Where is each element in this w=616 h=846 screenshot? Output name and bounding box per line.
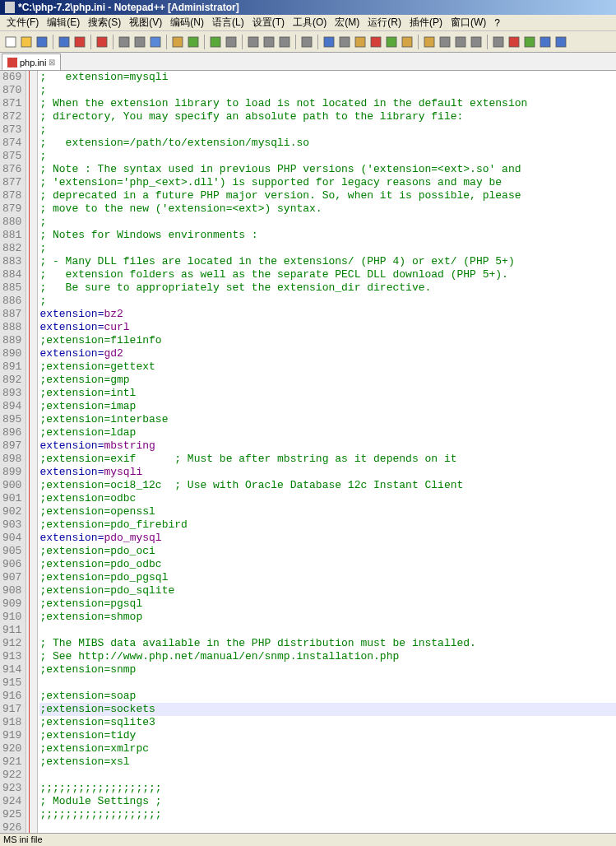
code-line[interactable]: ; bbox=[39, 84, 616, 97]
menu-item[interactable]: 语言(L) bbox=[209, 14, 248, 31]
play-icon[interactable] bbox=[522, 35, 537, 49]
zoom-in-icon[interactable] bbox=[262, 35, 276, 49]
code-line[interactable]: ; bbox=[39, 242, 616, 255]
sync-icon[interactable] bbox=[299, 35, 314, 49]
code-line[interactable]: ; deprecated in a future PHP major versi… bbox=[39, 189, 616, 202]
find-icon[interactable] bbox=[224, 35, 239, 49]
menu-item[interactable]: 编码(N) bbox=[167, 14, 207, 31]
code-line[interactable]: ; See http://www.php.net/manual/en/snmp.… bbox=[39, 650, 616, 663]
code-line[interactable]: ; Be sure to appropriately set the exten… bbox=[39, 281, 616, 295]
comments-icon[interactable] bbox=[400, 35, 415, 49]
cut-icon[interactable] bbox=[132, 35, 147, 49]
code-line[interactable]: ;extension=xmlrpc bbox=[39, 742, 616, 755]
close-icon[interactable] bbox=[72, 35, 87, 49]
menu-item[interactable]: 视图(V) bbox=[126, 14, 165, 31]
code-line[interactable]: ; extension folders as well as the separ… bbox=[39, 268, 616, 281]
menu-item[interactable]: 工具(O) bbox=[289, 14, 330, 31]
folder-icon[interactable] bbox=[453, 35, 468, 49]
print-icon[interactable] bbox=[117, 35, 132, 49]
code-line[interactable]: ; 'extension='php_<ext>.dll') is support… bbox=[39, 176, 616, 189]
new-icon[interactable] bbox=[3, 35, 18, 49]
code-line[interactable]: ; When the extension library to load is … bbox=[39, 97, 616, 110]
save-all-icon[interactable] bbox=[57, 35, 72, 49]
menu-item[interactable]: 设置(T) bbox=[249, 14, 288, 31]
code-line[interactable] bbox=[39, 624, 616, 637]
code-line[interactable]: ;extension=pdo_firebird bbox=[39, 518, 616, 532]
redo-icon[interactable] bbox=[208, 35, 223, 49]
code-line[interactable]: ; extension=mysqli bbox=[39, 71, 616, 84]
code-line[interactable]: ; bbox=[39, 295, 616, 308]
close-all-icon[interactable] bbox=[95, 35, 109, 49]
code-line[interactable]: ;extension=gmp bbox=[39, 374, 616, 387]
whitespace-icon[interactable] bbox=[337, 35, 352, 49]
code-line[interactable]: ; Note : The syntax used in previous PHP… bbox=[39, 163, 616, 176]
editor[interactable]: 8698708718728738748758768778788798808818… bbox=[0, 71, 616, 833]
code-line[interactable]: ; extension=/path/to/extension/mysqli.so bbox=[39, 137, 616, 150]
code-line[interactable]: ;extension=intl bbox=[39, 387, 616, 400]
code-line[interactable]: ;;;;;;;;;;;;;;;;;;; bbox=[39, 808, 616, 821]
open-icon[interactable] bbox=[19, 35, 34, 49]
code-line[interactable]: ;extension=pdo_sqlite bbox=[39, 584, 616, 597]
code-line[interactable]: ;extension=pdo_pgsql bbox=[39, 571, 616, 584]
paste-icon[interactable] bbox=[170, 35, 185, 49]
zoom-out-icon[interactable] bbox=[277, 35, 292, 49]
tab-php-ini[interactable]: php.ini ⊠ bbox=[2, 53, 61, 70]
code-line[interactable]: ; Notes for Windows environments : bbox=[39, 229, 616, 242]
code-line[interactable]: ;extension=gettext bbox=[39, 360, 616, 374]
code-line[interactable]: ;extension=shmop bbox=[39, 611, 616, 624]
code-line[interactable]: ;extension=pdo_oci bbox=[39, 545, 616, 558]
code-line[interactable]: ;extension=odbc bbox=[39, 492, 616, 505]
code-line[interactable]: ;extension=openssl bbox=[39, 505, 616, 518]
code-line[interactable]: ;extension=fileinfo bbox=[39, 334, 616, 347]
code-line[interactable]: ; The MIBS data available in the PHP dis… bbox=[39, 637, 616, 650]
code-line[interactable]: extension=bz2 bbox=[39, 308, 616, 321]
lang-icon[interactable] bbox=[368, 35, 383, 49]
monitor-icon[interactable] bbox=[491, 35, 506, 49]
code-line[interactable]: ;extension=interbase bbox=[39, 413, 616, 426]
folding-icon[interactable] bbox=[384, 35, 399, 49]
code-line[interactable]: ;;;;;;;;;;;;;;;;;;; bbox=[39, 782, 616, 795]
code-line[interactable]: ; move to the new ('extension=<ext>) syn… bbox=[39, 202, 616, 216]
undo-icon[interactable] bbox=[186, 35, 201, 49]
code-line[interactable]: ;extension=xsl bbox=[39, 755, 616, 769]
playback-icon[interactable] bbox=[553, 35, 568, 49]
word-wrap-icon[interactable] bbox=[322, 35, 336, 49]
code-line[interactable]: ; Module Settings ; bbox=[39, 795, 616, 808]
code-line[interactable]: ; bbox=[39, 216, 616, 229]
code-line[interactable]: ;extension=soap bbox=[39, 690, 616, 703]
uncomments-icon[interactable] bbox=[422, 35, 437, 49]
copy-icon[interactable] bbox=[148, 35, 163, 49]
code-line[interactable]: ;extension=imap bbox=[39, 400, 616, 413]
code-line[interactable]: extension=curl bbox=[39, 321, 616, 334]
code-line[interactable]: ;extension=pgsql bbox=[39, 597, 616, 611]
code-line[interactable]: ;extension=exif ; Must be after mbstring… bbox=[39, 453, 616, 466]
code-line[interactable]: ; bbox=[39, 150, 616, 163]
code-line[interactable]: extension=pdo_mysql bbox=[39, 532, 616, 545]
code-line[interactable]: ;extension=snmp bbox=[39, 663, 616, 676]
menu-item[interactable]: 文件(F) bbox=[3, 14, 42, 31]
code-line[interactable]: ;extension=sockets bbox=[39, 703, 616, 716]
tab-close-icon[interactable]: ⊠ bbox=[49, 58, 55, 67]
code-line[interactable]: ;extension=oci8_12c ; Use with Oracle Da… bbox=[39, 479, 616, 492]
replace-icon[interactable] bbox=[246, 35, 261, 49]
code-line[interactable] bbox=[39, 769, 616, 782]
code-line[interactable]: ;extension=tidy bbox=[39, 729, 616, 742]
doc-map-icon[interactable] bbox=[469, 35, 484, 49]
menu-item[interactable]: 编辑(E) bbox=[44, 14, 83, 31]
code-line[interactable]: extension=gd2 bbox=[39, 347, 616, 360]
save-icon[interactable] bbox=[35, 35, 49, 49]
menu-item[interactable]: 宏(M) bbox=[331, 14, 363, 31]
code-area[interactable]: ; extension=mysqli;; When the extension … bbox=[38, 71, 616, 833]
code-line[interactable]: ; bbox=[39, 123, 616, 137]
record-icon[interactable] bbox=[507, 35, 521, 49]
code-line[interactable]: ;extension=ldap bbox=[39, 426, 616, 439]
code-line[interactable] bbox=[39, 821, 616, 833]
code-line[interactable]: ; - Many DLL files are located in the ex… bbox=[39, 255, 616, 268]
func-list-icon[interactable] bbox=[438, 35, 452, 49]
code-line[interactable]: ; directory, You may specify an absolute… bbox=[39, 110, 616, 123]
code-line[interactable] bbox=[39, 676, 616, 690]
code-line[interactable]: extension=mysqli bbox=[39, 466, 616, 479]
menu-item[interactable]: 搜索(S) bbox=[85, 14, 124, 31]
indent-guide-icon[interactable] bbox=[353, 35, 368, 49]
code-line[interactable]: ;extension=sqlite3 bbox=[39, 716, 616, 729]
